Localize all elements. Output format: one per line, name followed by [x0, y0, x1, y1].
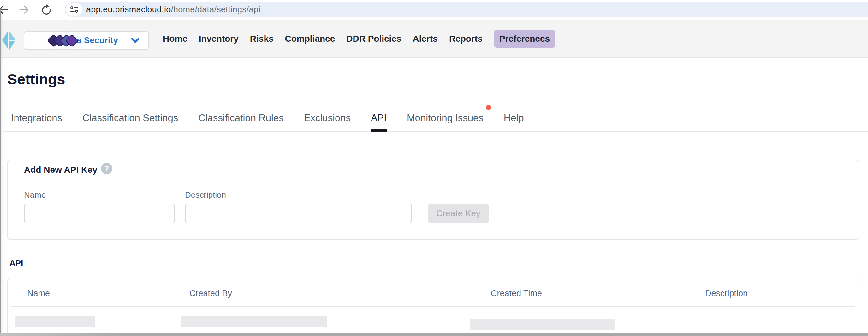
nav-item-reports[interactable]: Reports — [449, 30, 483, 48]
tab-monitoring-issues[interactable]: Monitoring Issues — [407, 104, 484, 132]
notification-dot — [486, 105, 491, 110]
app-top-nav: Data Security Home Inventory Risks Compl… — [0, 20, 868, 57]
create-key-button[interactable]: Create Key — [428, 204, 489, 223]
nav-item-risks[interactable]: Risks — [250, 30, 274, 48]
settings-tabs: Integrations Classification Settings Cla… — [11, 104, 524, 132]
tab-api[interactable]: API — [371, 104, 386, 132]
add-api-key-title: Add New API Key — [24, 165, 97, 175]
url-path: /home/data/settings/api — [171, 5, 260, 14]
tab-monitoring-issues-label: Monitoring Issues — [407, 113, 484, 124]
add-api-key-card: Add New API Key ? Name Description Creat… — [7, 160, 859, 240]
site-info-button[interactable] — [66, 3, 82, 16]
skeleton-cell-created-time — [470, 319, 615, 330]
reload-icon[interactable] — [40, 4, 52, 16]
window-left-edge-fade — [1, 9, 4, 336]
tab-integrations[interactable]: Integrations — [11, 104, 62, 132]
page-title: Settings — [7, 70, 65, 88]
chevron-down-icon — [131, 37, 140, 44]
api-keys-table: Name Created By Created Time Description — [7, 278, 859, 336]
nav-item-compliance[interactable]: Compliance — [285, 30, 335, 48]
description-field-label: Description — [185, 190, 226, 200]
column-header-name: Name — [27, 288, 50, 298]
column-header-created-by: Created By — [189, 288, 232, 298]
nav-item-home[interactable]: Home — [163, 30, 187, 48]
column-header-created-time: Created Time — [491, 288, 542, 298]
tab-classification-rules[interactable]: Classification Rules — [198, 104, 284, 132]
skeleton-cell-created-by — [181, 316, 327, 327]
window-left-edge — [0, 9, 1, 336]
name-field-label: Name — [24, 190, 46, 200]
nav-items: Home Inventory Risks Compliance DDR Poli… — [163, 20, 555, 57]
browser-toolbar: app.eu.prismacloud.io/home/data/settings… — [0, 0, 868, 20]
nav-divider — [0, 57, 868, 58]
window-bottom-edge — [0, 334, 868, 336]
nav-item-alerts[interactable]: Alerts — [413, 30, 438, 48]
back-icon[interactable] — [0, 4, 9, 16]
nav-item-preferences[interactable]: Preferences — [494, 30, 555, 48]
nav-item-ddr-policies[interactable]: DDR Policies — [346, 30, 401, 48]
api-section-title: API — [9, 258, 23, 268]
forward-icon[interactable] — [18, 4, 30, 16]
tab-exclusions[interactable]: Exclusions — [304, 104, 351, 132]
url-text[interactable]: app.eu.prismacloud.io/home/data/settings… — [86, 2, 260, 17]
nav-item-inventory[interactable]: Inventory — [199, 30, 239, 48]
column-header-description: Description — [705, 288, 748, 298]
description-input[interactable] — [185, 204, 412, 223]
name-input[interactable] — [24, 204, 175, 223]
product-switcher[interactable]: Data Security — [24, 31, 149, 50]
table-header-divider — [11, 306, 856, 307]
site-settings-icon — [69, 5, 79, 14]
help-icon[interactable]: ? — [101, 163, 112, 174]
prisma-cloud-logo-icon — [2, 31, 17, 51]
address-bar[interactable]: app.eu.prismacloud.io/home/data/settings… — [65, 2, 868, 17]
tab-help[interactable]: Help — [504, 104, 524, 132]
url-domain: app.eu.prismacloud.io — [86, 5, 171, 14]
skeleton-cell-name — [16, 316, 95, 327]
tab-classification-settings[interactable]: Classification Settings — [82, 104, 178, 132]
